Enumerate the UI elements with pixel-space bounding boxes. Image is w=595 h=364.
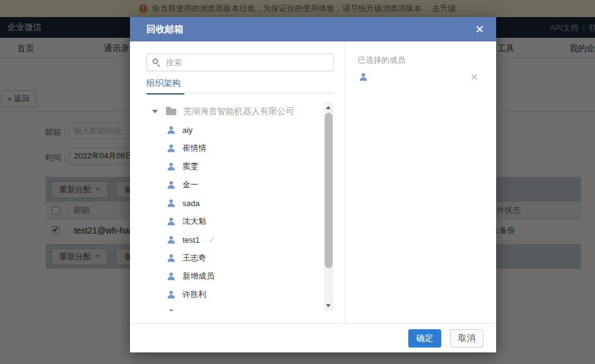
person-icon	[167, 253, 176, 263]
dialog-body: 组织架构 芜湖海音智能机器人有限公司 aiy 崔情情 窦雯 金	[130, 41, 496, 323]
tree-scrollbar[interactable]	[324, 102, 333, 311]
company-name: 芜湖海音智能机器人有限公司	[183, 106, 294, 117]
selected-members-title: 已选择的成员	[358, 55, 405, 66]
dialog-footer: 确定 取消	[130, 323, 496, 352]
selected-member-item: ×	[359, 72, 485, 84]
person-icon	[167, 180, 176, 190]
person-icon	[167, 271, 176, 281]
member-name: sada	[182, 199, 200, 208]
search-input[interactable]	[146, 54, 334, 71]
member-row[interactable]: 崔情情	[146, 139, 322, 157]
scrollbar-thumb[interactable]	[325, 113, 333, 268]
person-icon	[167, 290, 176, 299]
member-name: test1	[182, 235, 200, 244]
member-row[interactable]: 许胜利	[146, 285, 322, 304]
folder-icon	[166, 109, 176, 115]
member-name: 崔情情	[182, 143, 206, 154]
tab-org-structure[interactable]: 组织架构	[146, 78, 184, 95]
member-row[interactable]: 新增成员	[146, 267, 322, 285]
dialog-header: 回收邮箱 ×	[130, 17, 496, 41]
member-name: 王志奇	[182, 252, 206, 263]
scroll-up-icon[interactable]	[326, 106, 331, 109]
member-row[interactable]: 窦雯	[146, 157, 322, 176]
cancel-button[interactable]: 取消	[450, 329, 483, 348]
person-icon	[167, 198, 176, 208]
member-row[interactable]: 沈大魁	[146, 212, 322, 230]
collapse-caret-icon[interactable]	[152, 110, 158, 113]
member-name: 许胜利	[182, 289, 206, 300]
scroll-down-icon[interactable]	[326, 304, 331, 307]
dialog-title: 回收邮箱	[146, 24, 183, 35]
member-name: 沈大魁	[182, 216, 206, 227]
person-icon	[167, 143, 176, 153]
member-row[interactable]: aiy	[146, 121, 322, 139]
person-icon	[167, 125, 176, 135]
member-row[interactable]: 王志奇	[146, 249, 322, 267]
recycle-mailbox-dialog: 回收邮箱 × 组织架构 芜湖海音智能机器人有限公司 aiy 崔情情	[130, 17, 496, 352]
person-icon	[167, 162, 176, 171]
person-icon	[167, 235, 176, 244]
member-row[interactable]: sada	[146, 194, 322, 212]
company-node[interactable]: 芜湖海音智能机器人有限公司	[146, 102, 322, 121]
member-name: 金一	[182, 179, 198, 190]
member-row-partial[interactable]	[146, 304, 322, 311]
search-icon	[153, 59, 158, 64]
search-box	[146, 54, 334, 71]
member-row[interactable]: 金一	[146, 176, 322, 194]
remove-member-icon[interactable]: ×	[471, 71, 478, 83]
person-icon	[359, 72, 368, 82]
member-name: 窦雯	[182, 161, 198, 172]
tab-baseline	[146, 93, 334, 93]
person-icon	[167, 308, 176, 311]
member-name: aiy	[182, 126, 193, 135]
person-icon	[167, 216, 176, 226]
member-name: 新增成员	[182, 271, 214, 282]
member-row-selected[interactable]: test1 ✓	[146, 230, 322, 249]
selected-members-panel: 已选择的成员 ×	[345, 41, 496, 323]
org-tree: 芜湖海音智能机器人有限公司 aiy 崔情情 窦雯 金一 sada	[146, 102, 322, 311]
confirm-button[interactable]: 确定	[408, 329, 441, 348]
close-icon[interactable]: ×	[475, 23, 484, 35]
selected-check-icon: ✓	[208, 234, 216, 245]
